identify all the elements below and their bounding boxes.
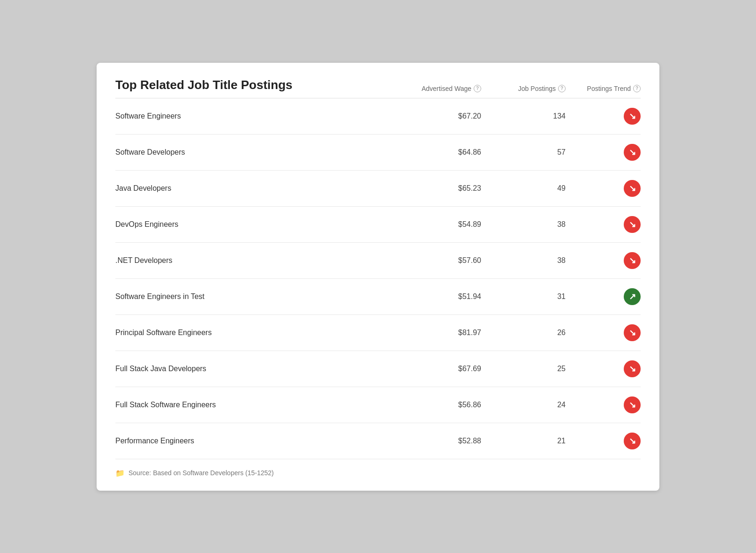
- wage-value: $54.89: [387, 220, 481, 229]
- job-title: .NET Developers: [115, 256, 387, 265]
- trend-value: ↘: [566, 180, 641, 197]
- postings-value: 24: [481, 401, 566, 409]
- job-title: Full Stack Java Developers: [115, 365, 387, 373]
- col-header-postings-label: Job Postings: [518, 85, 556, 92]
- trend-value: ↘: [566, 396, 641, 413]
- trend-value: ↘: [566, 108, 641, 125]
- table-title: Top Related Job Title Postings: [115, 78, 387, 92]
- postings-value: 25: [481, 365, 566, 373]
- job-title: Performance Engineers: [115, 437, 387, 445]
- source-row: 📁 Source: Based on Software Developers (…: [115, 469, 641, 478]
- job-title: Principal Software Engineers: [115, 329, 387, 337]
- wage-value: $67.20: [387, 112, 481, 120]
- wage-value: $65.23: [387, 184, 481, 193]
- table-row: DevOps Engineers $54.89 38 ↘: [115, 207, 641, 243]
- wage-info-icon[interactable]: ?: [474, 85, 481, 92]
- table-row: Software Engineers in Test $51.94 31 ↗: [115, 279, 641, 315]
- column-headers: Advertised Wage ? Job Postings ? Posting…: [387, 85, 641, 92]
- wage-value: $52.88: [387, 437, 481, 445]
- postings-value: 38: [481, 256, 566, 265]
- trend-arrow: ↘: [629, 401, 636, 409]
- trend-value: ↘: [566, 252, 641, 269]
- job-title: Software Engineers: [115, 112, 387, 120]
- job-title: DevOps Engineers: [115, 220, 387, 229]
- trend-value: ↗: [566, 288, 641, 305]
- wage-value: $57.60: [387, 256, 481, 265]
- job-title: Software Developers: [115, 148, 387, 157]
- trend-arrow: ↘: [629, 184, 636, 193]
- postings-value: 31: [481, 292, 566, 301]
- table-row: Principal Software Engineers $81.97 26 ↘: [115, 315, 641, 351]
- postings-value: 38: [481, 220, 566, 229]
- wage-value: $67.69: [387, 365, 481, 373]
- table-row: Software Developers $64.86 57 ↘: [115, 135, 641, 171]
- trend-icon-down: ↘: [624, 108, 641, 125]
- table-row: Full Stack Java Developers $67.69 25 ↘: [115, 351, 641, 387]
- source-text: Source: Based on Software Developers (15…: [129, 469, 274, 477]
- trend-info-icon[interactable]: ?: [633, 85, 641, 92]
- trend-icon-down: ↘: [624, 396, 641, 413]
- trend-arrow: ↘: [629, 220, 636, 229]
- table-row: Java Developers $65.23 49 ↘: [115, 171, 641, 207]
- job-title: Software Engineers in Test: [115, 292, 387, 301]
- col-header-postings: Job Postings ?: [481, 85, 566, 92]
- table-row: .NET Developers $57.60 38 ↘: [115, 243, 641, 279]
- col-header-wage: Advertised Wage ?: [387, 85, 481, 92]
- table-header: Top Related Job Title Postings Advertise…: [115, 78, 641, 98]
- postings-value: 134: [481, 112, 566, 120]
- job-title: Full Stack Software Engineers: [115, 401, 387, 409]
- trend-icon-down: ↘: [624, 433, 641, 449]
- trend-icon-down: ↘: [624, 252, 641, 269]
- trend-value: ↘: [566, 433, 641, 449]
- trend-icon-up: ↗: [624, 288, 641, 305]
- trend-icon-down: ↘: [624, 216, 641, 233]
- postings-value: 21: [481, 437, 566, 445]
- table-row: Performance Engineers $52.88 21 ↘: [115, 423, 641, 459]
- table-row: Software Engineers $67.20 134 ↘: [115, 98, 641, 135]
- trend-arrow: ↘: [629, 256, 636, 265]
- trend-icon-down: ↘: [624, 324, 641, 341]
- col-header-trend-label: Postings Trend: [587, 85, 631, 92]
- trend-arrow: ↘: [629, 437, 636, 445]
- trend-arrow: ↗: [629, 292, 636, 301]
- trend-arrow: ↘: [629, 112, 636, 120]
- postings-info-icon[interactable]: ?: [558, 85, 566, 92]
- col-header-trend: Postings Trend ?: [566, 85, 641, 92]
- postings-value: 26: [481, 329, 566, 337]
- trend-arrow: ↘: [629, 148, 636, 157]
- main-card: Top Related Job Title Postings Advertise…: [97, 63, 659, 491]
- job-title: Java Developers: [115, 184, 387, 193]
- trend-value: ↘: [566, 216, 641, 233]
- trend-icon-down: ↘: [624, 180, 641, 197]
- trend-icon-down: ↘: [624, 144, 641, 161]
- wage-value: $81.97: [387, 329, 481, 337]
- trend-value: ↘: [566, 144, 641, 161]
- wage-value: $64.86: [387, 148, 481, 157]
- wage-value: $51.94: [387, 292, 481, 301]
- table-row: Full Stack Software Engineers $56.86 24 …: [115, 387, 641, 423]
- trend-value: ↘: [566, 324, 641, 341]
- postings-value: 49: [481, 184, 566, 193]
- wage-value: $56.86: [387, 401, 481, 409]
- postings-value: 57: [481, 148, 566, 157]
- trend-icon-down: ↘: [624, 360, 641, 377]
- table-body: Software Engineers $67.20 134 ↘ Software…: [115, 98, 641, 459]
- trend-value: ↘: [566, 360, 641, 377]
- trend-arrow: ↘: [629, 365, 636, 373]
- trend-arrow: ↘: [629, 329, 636, 337]
- col-header-wage-label: Advertised Wage: [422, 85, 471, 92]
- folder-icon: 📁: [115, 469, 125, 478]
